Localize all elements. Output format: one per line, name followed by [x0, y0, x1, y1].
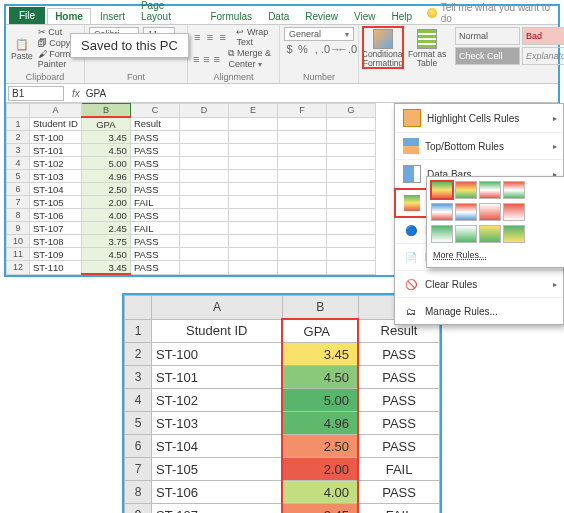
- cell-A11[interactable]: ST-109: [30, 248, 82, 261]
- low-row-header-7[interactable]: 7: [125, 458, 152, 481]
- fx-icon[interactable]: fx: [72, 88, 80, 99]
- scale-green-white-red[interactable]: [479, 181, 501, 199]
- low-A3[interactable]: ST-101: [152, 366, 283, 389]
- row-header-12[interactable]: 12: [7, 261, 30, 275]
- low-B2[interactable]: 3.45: [282, 343, 358, 366]
- low-row-header-2[interactable]: 2: [125, 343, 152, 366]
- cell-F12[interactable]: [277, 261, 326, 275]
- low-B6[interactable]: 2.50: [282, 435, 358, 458]
- tab-data[interactable]: Data: [261, 9, 296, 24]
- percent-button[interactable]: %: [297, 42, 308, 56]
- cell-G12[interactable]: [326, 261, 375, 275]
- formula-text[interactable]: GPA: [86, 88, 106, 99]
- cell-G6[interactable]: [326, 183, 375, 196]
- row-header-10[interactable]: 10: [7, 235, 30, 248]
- cell-B3[interactable]: 4.50: [81, 144, 130, 157]
- cell-C2[interactable]: PASS: [130, 131, 179, 144]
- cell-E10[interactable]: [228, 235, 277, 248]
- low-A5[interactable]: ST-103: [152, 412, 283, 435]
- cell-D5[interactable]: [179, 170, 228, 183]
- cell-B10[interactable]: 3.75: [81, 235, 130, 248]
- cf-clear-rules[interactable]: 🚫 Clear Rules▸: [395, 271, 563, 298]
- col-header-D[interactable]: D: [179, 104, 228, 118]
- cf-manage-rules[interactable]: 🗂 Manage Rules...: [395, 298, 563, 324]
- cell-G1[interactable]: [326, 117, 375, 131]
- cell-E12[interactable]: [228, 261, 277, 275]
- cell-E8[interactable]: [228, 209, 277, 222]
- cell-D10[interactable]: [179, 235, 228, 248]
- cell-D2[interactable]: [179, 131, 228, 144]
- cell-F6[interactable]: [277, 183, 326, 196]
- col-header-F[interactable]: F: [277, 104, 326, 118]
- cell-D6[interactable]: [179, 183, 228, 196]
- cell-E5[interactable]: [228, 170, 277, 183]
- scale-red-white[interactable]: [503, 203, 525, 221]
- low-B5[interactable]: 4.96: [282, 412, 358, 435]
- name-box[interactable]: B1: [8, 86, 64, 101]
- tab-view[interactable]: View: [347, 9, 383, 24]
- scale-red-white-green[interactable]: [503, 181, 525, 199]
- cell-E3[interactable]: [228, 144, 277, 157]
- cell-A4[interactable]: ST-102: [30, 157, 82, 170]
- low-row-header-6[interactable]: 6: [125, 435, 152, 458]
- row-header-6[interactable]: 6: [7, 183, 30, 196]
- cell-D7[interactable]: [179, 196, 228, 209]
- cell-C4[interactable]: PASS: [130, 157, 179, 170]
- cell-F10[interactable]: [277, 235, 326, 248]
- inc-decimal-button[interactable]: .0→: [324, 42, 338, 56]
- cell-C3[interactable]: PASS: [130, 144, 179, 157]
- low-B1[interactable]: GPA: [282, 319, 358, 343]
- row-header-2[interactable]: 2: [7, 131, 30, 144]
- row-header-11[interactable]: 11: [7, 248, 30, 261]
- tab-insert[interactable]: Insert: [93, 9, 132, 24]
- row-header-4[interactable]: 4: [7, 157, 30, 170]
- low-A6[interactable]: ST-104: [152, 435, 283, 458]
- low-C8[interactable]: PASS: [358, 481, 439, 504]
- cell-D4[interactable]: [179, 157, 228, 170]
- cell-E11[interactable]: [228, 248, 277, 261]
- cell-C11[interactable]: PASS: [130, 248, 179, 261]
- cell-F4[interactable]: [277, 157, 326, 170]
- col-header-C[interactable]: C: [130, 104, 179, 118]
- cell-F9[interactable]: [277, 222, 326, 235]
- cell-C10[interactable]: PASS: [130, 235, 179, 248]
- scale-green-yellow-red[interactable]: [431, 181, 453, 199]
- format-as-table-button[interactable]: Format as Table: [407, 27, 447, 68]
- cell-E1[interactable]: [228, 117, 277, 131]
- merge-center-button[interactable]: ⧉ Merge & Center ▾: [228, 48, 275, 69]
- paste-button[interactable]: 📋 Paste: [10, 36, 34, 61]
- cell-C6[interactable]: PASS: [130, 183, 179, 196]
- col-header-A[interactable]: A: [30, 104, 82, 118]
- low-select-all[interactable]: [125, 296, 152, 320]
- row-header-1[interactable]: 1: [7, 117, 30, 131]
- row-header-8[interactable]: 8: [7, 209, 30, 222]
- cell-style-check[interactable]: Check Cell: [455, 47, 520, 65]
- cell-F8[interactable]: [277, 209, 326, 222]
- scale-white-red[interactable]: [479, 203, 501, 221]
- cell-B12[interactable]: 3.45: [81, 261, 130, 275]
- low-A7[interactable]: ST-105: [152, 458, 283, 481]
- row-header-5[interactable]: 5: [7, 170, 30, 183]
- tab-help[interactable]: Help: [385, 9, 420, 24]
- col-header-G[interactable]: G: [326, 104, 375, 118]
- cell-G8[interactable]: [326, 209, 375, 222]
- align-right-button[interactable]: ≡: [213, 52, 221, 66]
- cell-B11[interactable]: 4.50: [81, 248, 130, 261]
- select-all-cell[interactable]: [7, 104, 30, 118]
- cell-F2[interactable]: [277, 131, 326, 144]
- cf-top-bottom-rules[interactable]: Top/Bottom Rules▸: [395, 133, 563, 160]
- low-row-header-1[interactable]: 1: [125, 319, 152, 343]
- tell-me[interactable]: Tell me what you want to do: [427, 2, 558, 24]
- low-row-header-3[interactable]: 3: [125, 366, 152, 389]
- cell-B4[interactable]: 5.00: [81, 157, 130, 170]
- cell-B8[interactable]: 4.00: [81, 209, 130, 222]
- scale-blue-white-red[interactable]: [431, 203, 453, 221]
- cell-C5[interactable]: PASS: [130, 170, 179, 183]
- currency-button[interactable]: $: [284, 42, 295, 56]
- cell-A9[interactable]: ST-107: [30, 222, 82, 235]
- low-A1[interactable]: Student ID: [152, 319, 283, 343]
- cell-D9[interactable]: [179, 222, 228, 235]
- low-row-header-5[interactable]: 5: [125, 412, 152, 435]
- cell-G7[interactable]: [326, 196, 375, 209]
- cell-G10[interactable]: [326, 235, 375, 248]
